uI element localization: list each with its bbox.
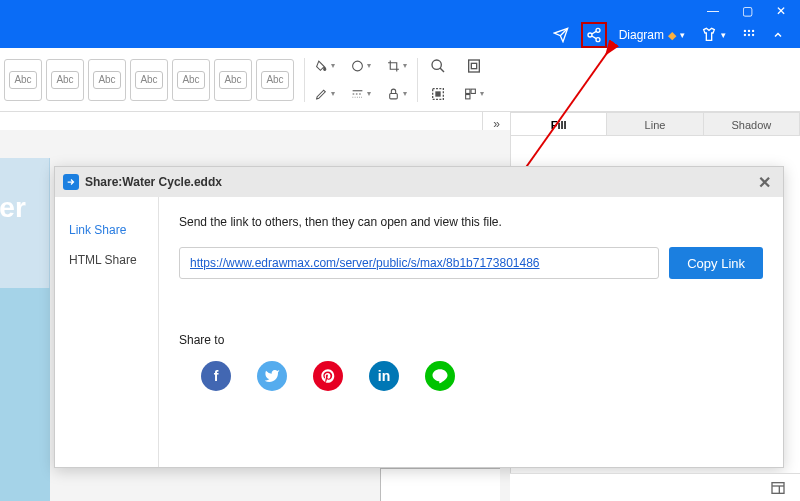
svg-point-1 xyxy=(588,33,592,37)
svg-rect-13 xyxy=(390,93,398,98)
separator xyxy=(417,58,418,102)
svg-point-8 xyxy=(752,34,754,36)
shape-outline-icon[interactable]: ▾ xyxy=(351,56,371,76)
line-icon[interactable] xyxy=(425,361,455,391)
svg-rect-16 xyxy=(471,63,476,68)
shape-style-1[interactable]: Abc xyxy=(4,59,42,101)
svg-rect-21 xyxy=(466,94,470,98)
ribbon-toolbar: Abc Abc Abc Abc Abc Abc Abc ▾ ▾ ▾ ▾ ▾ ▾ … xyxy=(0,48,800,112)
premium-diamond-icon: ◆ xyxy=(668,29,676,42)
shape-style-4[interactable]: Abc xyxy=(130,59,168,101)
shape-style-7[interactable]: Abc xyxy=(256,59,294,101)
theme-shirt-icon[interactable]: ▾ xyxy=(697,25,730,45)
diagram-dropdown[interactable]: Diagram ◆ ▾ xyxy=(615,26,689,44)
window-minimize[interactable]: — xyxy=(706,4,720,18)
twitter-icon[interactable] xyxy=(257,361,287,391)
share-link-field[interactable]: https://www.edrawmax.com/server/public/s… xyxy=(179,247,659,279)
share-to-label: Share to xyxy=(179,333,763,347)
page-edge xyxy=(380,468,500,501)
lock-icon[interactable]: ▾ xyxy=(387,84,407,104)
select-all-icon[interactable] xyxy=(428,84,448,104)
app-logo-icon xyxy=(63,174,79,190)
svg-point-14 xyxy=(432,60,441,69)
dialog-sidebar: Link Share HTML Share xyxy=(55,197,159,467)
share-instruction-text: Send the link to others, then they can o… xyxy=(179,215,763,229)
arrange-icon[interactable]: ▾ xyxy=(464,84,484,104)
tab-fill[interactable]: Fill xyxy=(510,112,606,136)
svg-point-6 xyxy=(744,34,746,36)
chevron-down-icon: ▾ xyxy=(721,30,726,40)
document-background-lower xyxy=(0,288,50,501)
share-icon[interactable] xyxy=(581,22,607,48)
svg-point-2 xyxy=(596,38,600,42)
window-close[interactable]: ✕ xyxy=(774,4,788,18)
shape-style-2[interactable]: Abc xyxy=(46,59,84,101)
shape-style-3[interactable]: Abc xyxy=(88,59,126,101)
crop-icon[interactable]: ▾ xyxy=(387,56,407,76)
svg-point-7 xyxy=(748,34,750,36)
tab-shadow[interactable]: Shadow xyxy=(703,112,800,136)
tab-line[interactable]: Line xyxy=(606,112,702,136)
pinterest-icon[interactable] xyxy=(313,361,343,391)
svg-point-3 xyxy=(744,30,746,32)
dialog-file-name: Water Cycle.eddx xyxy=(122,175,222,189)
pen-line-icon[interactable]: ▾ xyxy=(315,84,335,104)
svg-rect-18 xyxy=(436,92,440,96)
svg-point-4 xyxy=(748,30,750,32)
send-icon[interactable] xyxy=(549,25,573,45)
sidebar-item-html-share[interactable]: HTML Share xyxy=(55,245,158,275)
separator xyxy=(304,58,305,102)
linkedin-icon[interactable]: in xyxy=(369,361,399,391)
fit-page-icon[interactable] xyxy=(464,56,484,76)
statusbar xyxy=(510,473,800,501)
window-maximize[interactable]: ▢ xyxy=(740,4,754,18)
dialog-title-prefix: Share: xyxy=(85,175,122,189)
svg-point-9 xyxy=(353,61,363,71)
dialog-close-button[interactable]: ✕ xyxy=(754,173,775,192)
collapse-ribbon-icon[interactable] xyxy=(768,27,788,43)
facebook-icon[interactable]: f xyxy=(201,361,231,391)
svg-rect-19 xyxy=(466,89,470,93)
fill-bucket-icon[interactable]: ▾ xyxy=(315,56,335,76)
svg-rect-15 xyxy=(469,60,480,72)
copy-link-button[interactable]: Copy Link xyxy=(669,247,763,279)
svg-point-0 xyxy=(596,28,600,32)
svg-rect-20 xyxy=(471,89,475,93)
layout-toggle-icon[interactable] xyxy=(768,478,788,498)
sidebar-item-link-share[interactable]: Link Share xyxy=(55,215,158,245)
line-style-icon[interactable]: ▾ xyxy=(351,84,371,104)
diagram-label: Diagram xyxy=(619,28,664,42)
chevron-down-icon: ▾ xyxy=(680,30,685,40)
shape-style-6[interactable]: Abc xyxy=(214,59,252,101)
apps-grid-icon[interactable] xyxy=(738,26,760,44)
zoom-search-icon[interactable] xyxy=(428,56,448,76)
svg-rect-23 xyxy=(772,482,784,493)
shape-style-5[interactable]: Abc xyxy=(172,59,210,101)
dialog-titlebar: Share: Water Cycle.eddx ✕ xyxy=(55,167,783,197)
page-title-fragment: ter xyxy=(0,192,26,224)
document-background: ter xyxy=(0,158,50,288)
svg-point-5 xyxy=(752,30,754,32)
share-dialog: Share: Water Cycle.eddx ✕ Link Share HTM… xyxy=(54,166,784,468)
